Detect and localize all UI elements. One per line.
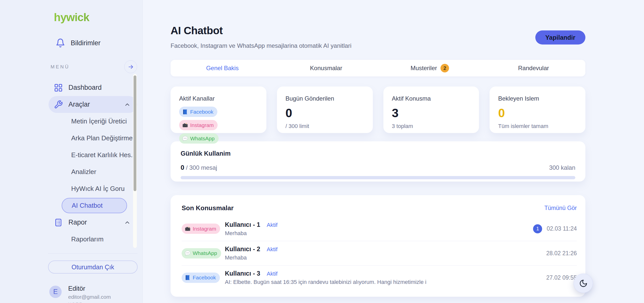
stat-subtext: Tüm islemler tamam	[498, 123, 577, 129]
user-name: Editör	[68, 285, 111, 292]
stat-subtext: 3 toplam	[392, 123, 471, 129]
wrench-icon	[54, 100, 63, 109]
usage-progressbar	[181, 176, 575, 179]
sidebar-divider	[48, 253, 138, 253]
book-icon	[182, 109, 188, 115]
usage-total: / 300 mesaj	[184, 164, 217, 171]
sidebar-subitem-eticaret[interactable]: E-ticaret Karlılık Hes...	[49, 147, 137, 163]
conversation-name: Kullanıcı - 2	[225, 245, 260, 253]
sidebar-item-dashboard[interactable]: Dashboard	[49, 79, 137, 96]
usage-count: 0 / 300 mesaj	[181, 164, 217, 171]
conversation-row[interactable]: Facebook Kullanıcı - 3 Aktif AI: Elbette…	[182, 265, 577, 290]
conversation-status: Aktif	[267, 271, 277, 277]
moon-icon	[579, 279, 588, 288]
conversation-time: 27.02 09:55	[546, 274, 577, 281]
notifications-button[interactable]: Bildirimler	[56, 38, 137, 48]
tab-randevular[interactable]: Randevular	[482, 60, 585, 76]
usage-used: 0	[181, 164, 184, 171]
stat-card-channels: Aktif Kanallar Facebook Instagram WhatsA…	[171, 86, 266, 133]
dark-mode-toggle[interactable]	[574, 274, 593, 293]
camera-icon	[185, 226, 191, 232]
sidebar-subitem-metin-icerigi[interactable]: Metin İçeriği Üretici	[49, 113, 137, 130]
user-role: USER	[68, 302, 111, 303]
stat-card-active-conversations: Aktif Konusma 3 3 toplam	[383, 86, 479, 133]
sidebar-scrollbar-thumb[interactable]	[134, 75, 136, 191]
usage-title: Günlük Kullanim	[181, 150, 575, 157]
user-email: editor@gmail.com	[68, 294, 111, 300]
logout-button[interactable]: Oturumdan Çık	[48, 261, 138, 274]
daily-usage-card: Günlük Kullanim 0 / 300 mesaj 300 kalan	[171, 141, 585, 182]
bell-icon	[56, 38, 65, 48]
tab-genel-bakis[interactable]: Genel Bakis	[171, 60, 274, 76]
notifications-label: Bildirimler	[71, 39, 101, 47]
stat-title: Aktif Kanallar	[179, 95, 258, 102]
musteriler-count-badge: 2	[440, 64, 449, 72]
view-all-link[interactable]: Tümünü Gör	[544, 205, 577, 211]
stat-subtext: / 300 limit	[286, 123, 364, 129]
sidebar-item-label: Dashboard	[68, 84, 131, 92]
tab-konusmalar[interactable]: Konusmalar	[274, 60, 378, 76]
conversations-title: Son Konusmalar	[182, 204, 234, 212]
sidebar-item-rapor[interactable]: Rapor	[49, 214, 137, 231]
conversation-name: Kullanıcı - 3	[225, 270, 260, 277]
brand-logo: hywick	[54, 11, 137, 24]
user-card[interactable]: E Editör editor@gmail.com USER	[49, 285, 137, 303]
whatsapp-channel-badge: WhatsApp	[179, 133, 219, 144]
sidebar-item-label: Rapor	[68, 219, 118, 226]
stat-title: Bugün Gönderilen	[286, 95, 364, 102]
sidebar-subitem-hywick-ai[interactable]: HyWıck AI İç Goru	[49, 180, 137, 197]
chevron-up-icon	[124, 101, 131, 108]
conversation-status: Aktif	[267, 222, 277, 228]
sidebar-item-araclar[interactable]: Araçlar	[49, 96, 137, 113]
sidebar-subitem-arka-plan[interactable]: Arka Plan Değiştirme	[49, 130, 137, 147]
report-icon	[54, 218, 63, 227]
stat-cards: Aktif Kanallar Facebook Instagram WhatsA…	[171, 86, 585, 133]
sidebar-subitem-ai-chatbot[interactable]: AI Chatbot	[62, 198, 127, 213]
stat-title: Bekleyen Islem	[498, 95, 577, 102]
main-content: AI Chatbot Facebook, Instagram ve WhatsA…	[143, 0, 644, 303]
page-subtitle: Facebook, Instagram ve WhatsApp mesajlar…	[171, 42, 351, 49]
recent-conversations-card: Son Konusmalar Tümünü Gör Instagram Kull…	[171, 195, 585, 297]
conversation-status: Aktif	[267, 246, 277, 253]
conversation-row[interactable]: Instagram Kullanıcı - 1 Aktif Merhaba 1 …	[182, 217, 577, 241]
facebook-channel-badge: Facebook	[179, 107, 217, 117]
usage-remaining: 300 kalan	[549, 164, 575, 171]
speech-balloon-icon	[182, 136, 188, 142]
stat-card-sent-today: Bugün Gönderilen 0 / 300 limit	[277, 86, 373, 133]
menu-heading: MENÜ	[51, 64, 70, 70]
speech-balloon-icon	[185, 250, 191, 256]
chevron-up-icon	[124, 219, 131, 226]
stat-value: 0	[498, 106, 577, 120]
book-icon	[185, 275, 191, 281]
stat-value: 3	[392, 106, 471, 120]
instagram-channel-badge: Instagram	[179, 120, 218, 130]
avatar: E	[49, 286, 62, 298]
sidebar-menu: Dashboard Araçlar Metin İçeriği Üretici …	[49, 79, 137, 248]
tab-bar: Genel Bakis Konusmalar Musteriler 2 Rand…	[171, 60, 585, 76]
sidebar-subitem-raporlarim[interactable]: Raporlarım	[49, 231, 137, 248]
conversation-row[interactable]: WhatsApp Kullanıcı - 2 Aktif Merhaba 28.…	[182, 241, 577, 265]
app-root: hywick Bildirimler MENÜ Dashboard Araç	[0, 0, 644, 303]
grid-icon	[54, 83, 63, 92]
conversation-time: 28.02 21:26	[546, 250, 577, 257]
sidebar-collapse-button[interactable]	[124, 60, 137, 73]
sidebar-subitem-analizler[interactable]: Analizler	[49, 163, 137, 180]
instagram-channel-badge: Instagram	[182, 224, 220, 234]
arrow-right-icon	[128, 64, 134, 70]
conversation-preview: Merhaba	[225, 230, 533, 237]
tab-musteriler[interactable]: Musteriler 2	[378, 60, 482, 76]
camera-icon	[182, 122, 188, 128]
conversation-name: Kullanıcı - 1	[225, 221, 260, 228]
conversation-preview: Merhaba	[225, 254, 539, 261]
facebook-channel-badge: Facebook	[182, 273, 220, 283]
sidebar: hywick Bildirimler MENÜ Dashboard Araç	[0, 0, 143, 303]
conversation-time: 02.03 11:24	[547, 225, 577, 232]
stat-title: Aktif Konusma	[392, 95, 471, 102]
sidebar-item-label: Araçlar	[68, 101, 118, 108]
whatsapp-channel-badge: WhatsApp	[182, 248, 221, 258]
sidebar-scrollbar[interactable]	[133, 74, 137, 248]
stat-value: 0	[286, 106, 364, 120]
unread-count-badge: 1	[533, 224, 542, 233]
stat-card-pending: Bekleyen Islem 0 Tüm islemler tamam	[490, 86, 585, 133]
configure-button[interactable]: Yapilandir	[535, 30, 585, 45]
